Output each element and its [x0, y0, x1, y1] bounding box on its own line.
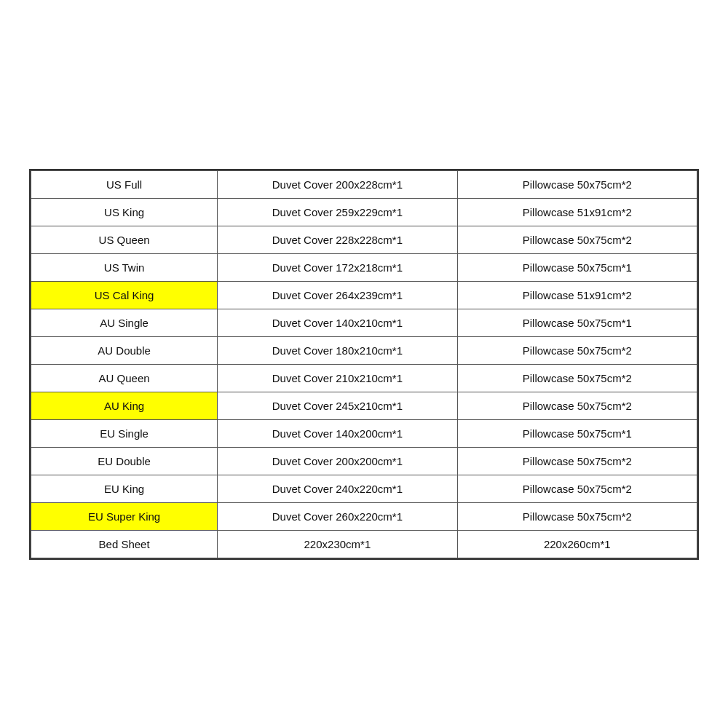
size-name: US Twin	[31, 253, 218, 281]
pillowcase-spec: Pillowcase 51x91cm*2	[457, 281, 697, 309]
size-name: EU Double	[31, 447, 218, 475]
table-row: EU SingleDuvet Cover 140x200cm*1Pillowca…	[31, 419, 697, 447]
pillowcase-spec: Pillowcase 50x75cm*2	[457, 475, 697, 502]
table-row: EU Super KingDuvet Cover 260x220cm*1Pill…	[31, 502, 697, 530]
duvet-cover-spec: Duvet Cover 180x210cm*1	[218, 336, 457, 364]
duvet-cover-spec: Duvet Cover 264x239cm*1	[218, 281, 457, 309]
pillowcase-spec: Pillowcase 50x75cm*2	[457, 502, 697, 530]
duvet-cover-spec: Duvet Cover 172x218cm*1	[218, 253, 457, 281]
pillowcase-spec: 220x260cm*1	[457, 530, 697, 558]
duvet-cover-spec: 220x230cm*1	[218, 530, 457, 558]
duvet-cover-spec: Duvet Cover 140x200cm*1	[218, 419, 457, 447]
duvet-cover-spec: Duvet Cover 259x229cm*1	[218, 198, 457, 226]
size-name: Bed Sheet	[31, 530, 218, 558]
table-row: AU DoubleDuvet Cover 180x210cm*1Pillowca…	[31, 336, 697, 364]
size-name: EU Single	[31, 419, 218, 447]
duvet-cover-spec: Duvet Cover 228x228cm*1	[218, 226, 457, 253]
table-row: AU SingleDuvet Cover 140x210cm*1Pillowca…	[31, 309, 697, 336]
table-row: US Cal KingDuvet Cover 264x239cm*1Pillow…	[31, 281, 697, 309]
pillowcase-spec: Pillowcase 50x75cm*1	[457, 419, 697, 447]
size-name: US Cal King	[31, 281, 218, 309]
size-name: EU King	[31, 475, 218, 502]
size-name: AU King	[31, 392, 218, 419]
pillowcase-spec: Pillowcase 50x75cm*1	[457, 309, 697, 336]
size-name: US Full	[31, 170, 218, 198]
size-chart-table: US FullDuvet Cover 200x228cm*1Pillowcase…	[31, 170, 697, 558]
duvet-cover-spec: Duvet Cover 200x200cm*1	[218, 447, 457, 475]
pillowcase-spec: Pillowcase 50x75cm*1	[457, 253, 697, 281]
size-name: EU Super King	[31, 502, 218, 530]
table-row: EU DoubleDuvet Cover 200x200cm*1Pillowca…	[31, 447, 697, 475]
table-row: Bed Sheet220x230cm*1220x260cm*1	[31, 530, 697, 558]
duvet-cover-spec: Duvet Cover 140x210cm*1	[218, 309, 457, 336]
pillowcase-spec: Pillowcase 50x75cm*2	[457, 336, 697, 364]
table-row: AU QueenDuvet Cover 210x210cm*1Pillowcas…	[31, 364, 697, 392]
duvet-cover-spec: Duvet Cover 240x220cm*1	[218, 475, 457, 502]
size-name: US King	[31, 198, 218, 226]
pillowcase-spec: Pillowcase 50x75cm*2	[457, 447, 697, 475]
table-row: US QueenDuvet Cover 228x228cm*1Pillowcas…	[31, 226, 697, 253]
size-name: AU Single	[31, 309, 218, 336]
pillowcase-spec: Pillowcase 51x91cm*2	[457, 198, 697, 226]
size-chart-wrapper: US FullDuvet Cover 200x228cm*1Pillowcase…	[29, 169, 699, 560]
size-name: US Queen	[31, 226, 218, 253]
table-row: EU KingDuvet Cover 240x220cm*1Pillowcase…	[31, 475, 697, 502]
table-row: US KingDuvet Cover 259x229cm*1Pillowcase…	[31, 198, 697, 226]
duvet-cover-spec: Duvet Cover 200x228cm*1	[218, 170, 457, 198]
table-row: US FullDuvet Cover 200x228cm*1Pillowcase…	[31, 170, 697, 198]
size-name: AU Double	[31, 336, 218, 364]
duvet-cover-spec: Duvet Cover 245x210cm*1	[218, 392, 457, 419]
duvet-cover-spec: Duvet Cover 210x210cm*1	[218, 364, 457, 392]
size-name: AU Queen	[31, 364, 218, 392]
duvet-cover-spec: Duvet Cover 260x220cm*1	[218, 502, 457, 530]
table-row: US TwinDuvet Cover 172x218cm*1Pillowcase…	[31, 253, 697, 281]
pillowcase-spec: Pillowcase 50x75cm*2	[457, 170, 697, 198]
pillowcase-spec: Pillowcase 50x75cm*2	[457, 392, 697, 419]
table-row: AU KingDuvet Cover 245x210cm*1Pillowcase…	[31, 392, 697, 419]
pillowcase-spec: Pillowcase 50x75cm*2	[457, 364, 697, 392]
pillowcase-spec: Pillowcase 50x75cm*2	[457, 226, 697, 253]
